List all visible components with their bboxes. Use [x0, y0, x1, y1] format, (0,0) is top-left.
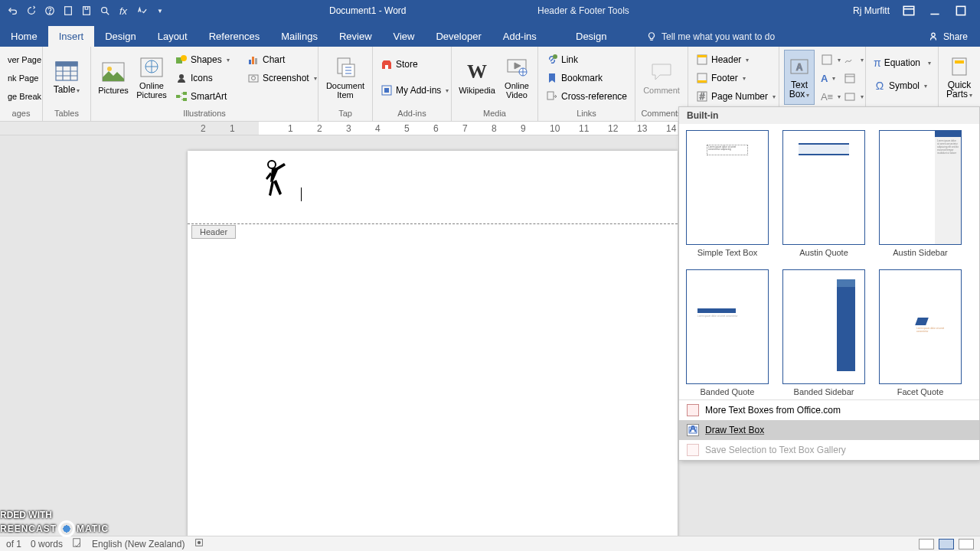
gallery-item-austin-quote[interactable]: Austin Quote [782, 130, 866, 257]
page[interactable]: Header [188, 151, 678, 536]
new-icon[interactable] [61, 4, 75, 18]
gallery-item-austin-sidebar[interactable]: Lorem ipsum dolor sit amet consectetur a… [878, 130, 962, 257]
bookmark-icon [546, 72, 558, 84]
tab-review[interactable]: Review [328, 26, 383, 47]
tab-home[interactable]: Home [0, 26, 48, 47]
gallery-item-banded-quote[interactable]: Lorem ipsum dolor sit amet consectetur B… [685, 269, 769, 396]
page-break-button[interactable]: ge Break [5, 88, 44, 105]
svg-rect-50 [74, 539, 80, 547]
user-name[interactable]: Rj Murfitt [853, 5, 890, 16]
svg-rect-3 [83, 7, 90, 15]
date-mini[interactable] [841, 70, 861, 86]
tell-me-label: Tell me what you want to do [662, 31, 775, 42]
textbox-icon: A [789, 54, 809, 79]
document-item-button[interactable]: Document Item [323, 50, 368, 105]
pictures-button[interactable]: Pictures [96, 50, 131, 105]
print-layout-button[interactable] [939, 539, 954, 549]
online-video-button[interactable]: Online Video [501, 50, 533, 105]
screenshot-button[interactable]: Screenshot▾ [244, 70, 313, 86]
redo-icon[interactable] [24, 4, 38, 18]
search-icon[interactable] [98, 4, 112, 18]
undo-icon[interactable] [6, 4, 20, 18]
svg-rect-27 [385, 65, 388, 69]
draw-textbox-item[interactable]: ADraw Text Box [679, 420, 979, 440]
sig-mini[interactable]: ▾ [841, 51, 861, 68]
tab-design[interactable]: Design [94, 26, 146, 47]
help-icon[interactable] [43, 4, 57, 18]
textbox-button[interactable]: A Text Box▾ [784, 50, 815, 105]
fx-icon[interactable]: fx [116, 4, 130, 18]
gallery-item-facet-quote[interactable]: Lorem ipsum dolor sit amet consectetur F… [878, 269, 962, 396]
maximize-icon[interactable] [954, 4, 968, 18]
tab-view[interactable]: View [383, 26, 426, 47]
svg-rect-37 [697, 80, 707, 83]
footer-icon [696, 72, 708, 84]
store-icon [381, 58, 393, 70]
gallery-item-simple[interactable]: Lorem ipsum dolor sit amet consectetur a… [685, 130, 769, 257]
smartart-icon [175, 90, 188, 103]
cover-page-button[interactable]: ver Page [5, 51, 44, 68]
quickparts-button[interactable]: Quick Parts▾ [943, 50, 975, 105]
link-button[interactable]: Link [543, 51, 630, 68]
header-button[interactable]: Header▾ [693, 51, 774, 68]
header-icon [696, 54, 708, 66]
read-mode-button[interactable] [919, 539, 934, 549]
my-addins-button[interactable]: My Add-ins▾ [377, 82, 446, 99]
tab-references[interactable]: References [198, 26, 270, 47]
crossref-button[interactable]: Cross-reference [543, 88, 630, 105]
macro-icon[interactable] [194, 537, 204, 550]
gallery-item-banded-sidebar[interactable]: Banded Sidebar [782, 269, 866, 396]
wordart-mini[interactable]: A▾ [818, 70, 838, 86]
dropcap-mini[interactable]: A≡▾ [818, 88, 838, 105]
wikipedia-button[interactable]: W Wikipedia [456, 50, 498, 105]
store-button[interactable]: Store [377, 56, 446, 73]
illustrations-group-label: Illustrations [96, 107, 313, 119]
svg-point-7 [932, 33, 935, 36]
blank-page-button[interactable]: nk Page [5, 70, 44, 86]
quickparts-mini[interactable]: ▾ [818, 51, 838, 68]
icons-icon [175, 72, 188, 84]
header-clipart[interactable] [261, 158, 292, 212]
footer-button[interactable]: Footer▾ [693, 70, 774, 86]
minimize-icon[interactable] [928, 4, 942, 18]
web-layout-button[interactable] [959, 539, 974, 549]
save-icon[interactable] [80, 4, 93, 18]
tab-addins[interactable]: Add-ins [492, 26, 547, 47]
smartart-button[interactable]: SmartArt [172, 88, 241, 105]
proofing-icon[interactable] [72, 537, 83, 550]
word-count[interactable]: 0 words [31, 539, 63, 549]
object-mini[interactable]: ▾ [841, 88, 861, 105]
svg-rect-43 [845, 74, 854, 83]
qat-more-icon[interactable]: ▼ [153, 4, 167, 18]
tab-hf-design[interactable]: Design [565, 26, 617, 47]
quickparts-icon [949, 54, 969, 79]
page-indicator[interactable]: of 1 [6, 539, 21, 549]
shapes-button[interactable]: Shapes▾ [172, 51, 241, 68]
icons-button[interactable]: Icons [172, 70, 241, 86]
svg-point-32 [553, 54, 557, 59]
screenshot-icon [247, 72, 260, 84]
symbol-button[interactable]: ΩSymbol▾ [871, 77, 933, 94]
share-button[interactable]: Share [923, 27, 972, 47]
tell-me-search[interactable]: Tell me what you want to do [642, 27, 779, 47]
svg-text:A: A [796, 62, 803, 73]
table-button[interactable]: Table▾ [47, 50, 86, 105]
language-indicator[interactable]: English (New Zealand) [92, 539, 185, 549]
svg-rect-17 [176, 95, 180, 98]
bookmark-button[interactable]: Bookmark [543, 70, 630, 86]
svg-rect-18 [183, 92, 187, 95]
equation-button[interactable]: πEquation▾ [871, 54, 933, 71]
spellcheck-icon[interactable] [135, 4, 149, 18]
chart-button[interactable]: Chart [244, 51, 313, 68]
online-pictures-button[interactable]: Online Pictures [134, 50, 169, 105]
links-group-label: Links [543, 107, 630, 119]
ribbon-options-icon[interactable] [902, 4, 916, 18]
tab-insert[interactable]: Insert [48, 26, 95, 47]
page-number-button[interactable]: #Page Number▾ [693, 88, 774, 105]
symbol-icon: Ω [874, 80, 886, 92]
tab-mailings[interactable]: Mailings [270, 26, 328, 47]
tab-developer[interactable]: Developer [425, 26, 492, 47]
tab-layout[interactable]: Layout [147, 26, 198, 47]
svg-rect-20 [249, 60, 251, 64]
more-textboxes-item[interactable]: More Text Boxes from Office.com [679, 400, 979, 420]
